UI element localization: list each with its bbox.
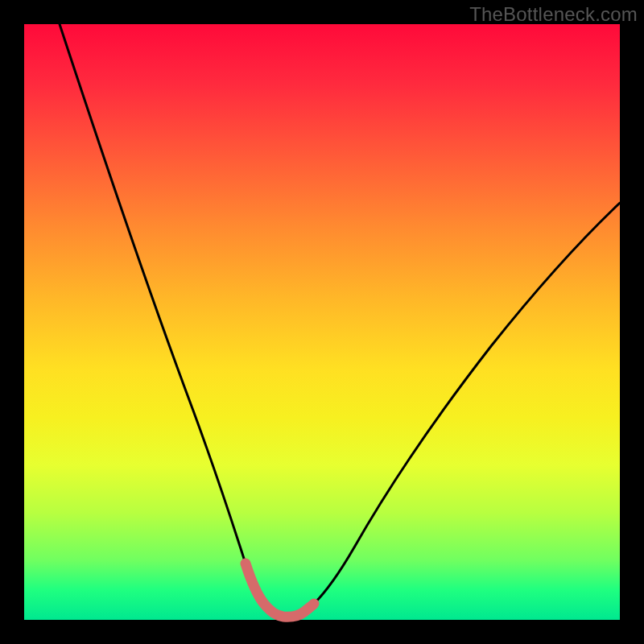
chart-frame: TheBottleneck.com: [0, 0, 644, 644]
curve-optimal-highlight: [246, 564, 314, 617]
curve-left-branch: [60, 24, 264, 604]
curve-right-branch: [314, 203, 620, 604]
curve-layer: [24, 24, 620, 620]
watermark-label: TheBottleneck.com: [469, 3, 638, 26]
